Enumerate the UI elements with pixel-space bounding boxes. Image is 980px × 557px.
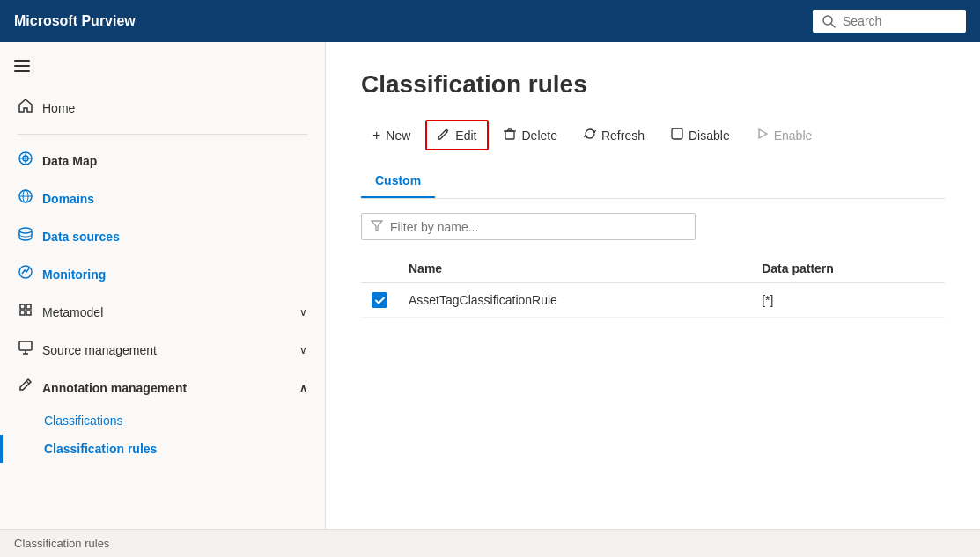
sidebar-item-data-sources[interactable]: Data sources — [0, 217, 325, 255]
row-name: AssetTagClassificationRule — [398, 283, 751, 318]
sidebar-item-source-management-label: Source management — [42, 343, 157, 357]
delete-label: Delete — [521, 128, 556, 143]
toolbar: + New Edit — [361, 120, 945, 150]
filter-input[interactable] — [390, 220, 686, 234]
refresh-button[interactable]: Refresh — [572, 121, 656, 150]
edit-icon — [438, 128, 450, 143]
enable-label: Enable — [774, 128, 813, 143]
enable-button[interactable]: Enable — [745, 121, 824, 150]
sidebar-sub-item-classification-rules-label: Classification rules — [44, 442, 157, 456]
svg-rect-4 — [14, 70, 30, 72]
svg-marker-28 — [759, 129, 767, 138]
data-sources-icon — [18, 226, 33, 246]
delete-button[interactable]: Delete — [492, 121, 568, 150]
svg-rect-2 — [14, 60, 30, 62]
sidebar-item-annotation-management[interactable]: Annotation management ∧ — [0, 369, 325, 407]
search-box[interactable] — [813, 10, 966, 33]
row-data-pattern: [*] — [751, 283, 945, 318]
breadcrumb-bar: Classification rules — [0, 529, 980, 557]
svg-line-21 — [26, 381, 29, 384]
data-map-icon — [18, 150, 33, 171]
monitoring-icon — [18, 264, 33, 284]
search-input[interactable] — [843, 14, 957, 28]
svg-rect-3 — [14, 65, 30, 67]
metamodel-chevron: ∨ — [299, 306, 307, 319]
topbar: Microsoft Purview — [0, 0, 980, 42]
sidebar-item-home-label: Home — [42, 101, 75, 115]
main-layout: Home Data Map Domai — [0, 42, 980, 529]
tabs: Custom — [361, 165, 945, 199]
svg-rect-17 — [26, 311, 31, 315]
edit-label: Edit — [455, 128, 476, 143]
svg-point-12 — [19, 228, 32, 233]
svg-rect-22 — [505, 131, 514, 139]
new-icon: + — [372, 128, 380, 143]
annotation-management-chevron: ∧ — [299, 382, 307, 394]
filter-box[interactable] — [361, 213, 696, 240]
disable-label: Disable — [689, 128, 730, 143]
sidebar-sub-item-classifications[interactable]: Classifications — [0, 407, 325, 435]
new-button[interactable]: + New — [361, 121, 422, 150]
table-header-row: Name Data pattern — [361, 254, 945, 283]
svg-rect-18 — [19, 341, 32, 350]
delete-icon — [504, 128, 516, 143]
annotation-management-icon — [18, 377, 33, 398]
sidebar-item-domains-label: Domains — [42, 192, 94, 206]
disable-button[interactable]: Disable — [659, 121, 741, 150]
sidebar-sub-item-classification-rules[interactable]: Classification rules — [0, 435, 325, 463]
page-title: Classification rules — [361, 70, 945, 99]
sidebar-item-data-sources-label: Data sources — [42, 230, 120, 244]
svg-rect-14 — [20, 304, 25, 309]
row-checkbox-cell[interactable] — [361, 283, 398, 318]
svg-rect-15 — [26, 304, 31, 309]
col-name: Name — [398, 254, 751, 283]
refresh-icon — [584, 128, 596, 143]
sidebar-item-domains[interactable]: Domains — [0, 180, 325, 217]
svg-rect-27 — [672, 128, 682, 139]
app-title: Microsoft Purview — [14, 13, 813, 29]
svg-marker-29 — [372, 221, 382, 231]
sidebar-divider-1 — [18, 134, 307, 135]
source-management-icon — [18, 340, 33, 360]
col-checkbox — [361, 254, 398, 283]
sidebar-item-metamodel[interactable]: Metamodel ∨ — [0, 293, 325, 331]
svg-rect-16 — [20, 311, 25, 315]
disable-icon — [671, 128, 683, 143]
search-icon — [822, 14, 836, 28]
sidebar-item-metamodel-label: Metamodel — [42, 305, 103, 319]
metamodel-icon — [18, 302, 33, 322]
enable-icon — [756, 128, 769, 143]
checkbox-checked[interactable] — [372, 292, 387, 308]
sidebar-item-data-map[interactable]: Data Map — [0, 142, 325, 180]
source-management-chevron: ∨ — [299, 344, 307, 356]
sidebar-item-source-management[interactable]: Source management ∨ — [0, 331, 325, 369]
svg-line-1 — [831, 24, 835, 27]
sidebar-item-annotation-management-label: Annotation management — [42, 381, 187, 395]
tab-custom-label: Custom — [375, 173, 421, 187]
sidebar-item-monitoring[interactable]: Monitoring — [0, 255, 325, 293]
table-row: AssetTagClassificationRule [*] — [361, 283, 945, 318]
sidebar-sub-item-classifications-label: Classifications — [44, 414, 122, 428]
sidebar-item-data-map-label: Data Map — [42, 154, 97, 168]
data-table: Name Data pattern AssetTagClassification… — [361, 254, 945, 318]
breadcrumb-label: Classification rules — [14, 537, 109, 550]
sidebar-item-monitoring-label: Monitoring — [42, 268, 106, 282]
filter-icon — [371, 219, 383, 234]
new-label: New — [386, 128, 410, 143]
edit-button[interactable]: Edit — [425, 120, 489, 150]
content-area: Classification rules + New Edit — [326, 42, 980, 529]
hamburger-button[interactable] — [0, 53, 325, 89]
col-data-pattern: Data pattern — [751, 254, 945, 283]
home-icon — [18, 98, 33, 118]
sidebar-item-home[interactable]: Home — [0, 89, 325, 127]
sidebar: Home Data Map Domai — [0, 42, 326, 529]
tab-custom[interactable]: Custom — [361, 165, 435, 198]
refresh-label: Refresh — [601, 128, 645, 143]
domains-icon — [18, 188, 33, 209]
